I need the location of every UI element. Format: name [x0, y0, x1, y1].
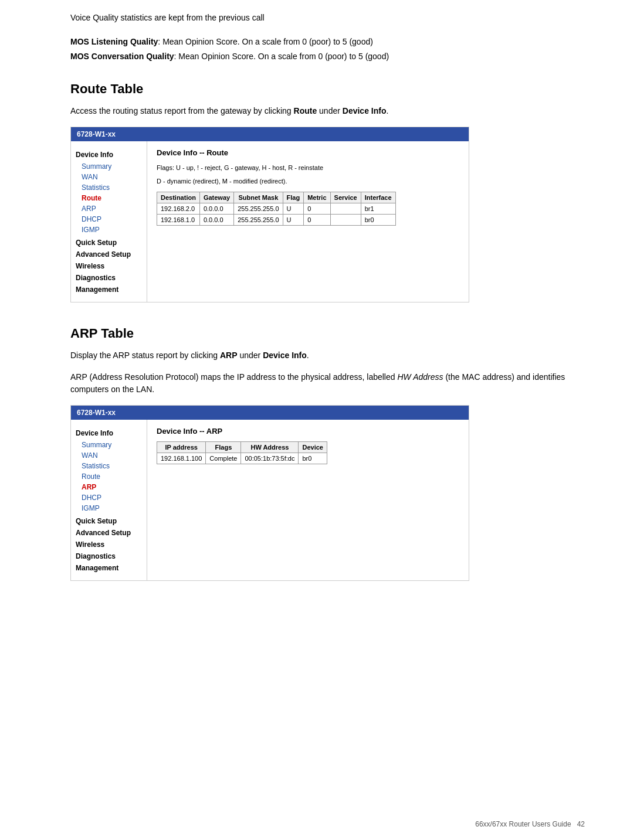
route-sidebar: Device Info Summary WAN Statistics Route… — [71, 141, 147, 302]
route-flags-line2: D - dynamic (redirect), M - modified (re… — [157, 176, 459, 186]
route-cell-1-4: 0 — [304, 215, 330, 226]
arp-screenshot: 6728-W1-xx Device Info Summary WAN Stati… — [70, 405, 469, 581]
arp-sidebar-igmp[interactable]: IGMP — [76, 503, 142, 513]
route-cell-0-2: 255.255.255.0 — [234, 203, 283, 215]
route-col-flag: Flag — [283, 192, 304, 203]
footer: 66xx/67xx Router Users Guide 42 — [475, 820, 585, 828]
route-cell-1-5 — [330, 215, 361, 226]
route-sidebar-igmp[interactable]: IGMP — [76, 225, 142, 235]
arp-sidebar-route[interactable]: Route — [76, 471, 142, 482]
route-col-service: Service — [330, 192, 361, 203]
arp-sidebar-management[interactable]: Management — [76, 564, 142, 572]
arp-sidebar-arp[interactable]: ARP — [76, 482, 142, 492]
route-sidebar-wan[interactable]: WAN — [76, 172, 142, 182]
voice-quality-text: Voice Quality statistics are kept from t… — [70, 12, 585, 24]
route-table-row: 192.168.2.00.0.0.0255.255.255.0U0br1 — [157, 203, 396, 215]
arp-col-ip: IP address — [157, 442, 206, 453]
arp-sidebar-wan[interactable]: WAN — [76, 450, 142, 461]
footer-text: 66xx/67xx Router Users Guide — [475, 820, 571, 828]
mos-conversation-line: MOS Conversation Quality: Mean Opinion S… — [70, 49, 585, 64]
route-sidebar-dhcp[interactable]: DHCP — [76, 214, 142, 225]
route-content-title: Device Info -- Route — [157, 148, 459, 157]
route-sidebar-device-info[interactable]: Device Info — [76, 151, 142, 159]
arp-table-header-row: IP address Flags HW Address Device — [157, 442, 327, 453]
arp-cell-0-1: Complete — [206, 453, 241, 464]
arp-col-hw: HW Address — [241, 442, 299, 453]
arp-sidebar-device-info[interactable]: Device Info — [76, 429, 142, 437]
route-section-desc: Access the routing status report from th… — [70, 105, 585, 117]
route-sidebar-quick-setup[interactable]: Quick Setup — [76, 239, 142, 247]
route-sidebar-advanced-setup[interactable]: Advanced Setup — [76, 250, 142, 259]
arp-sidebar-wireless[interactable]: Wireless — [76, 540, 142, 549]
arp-cell-0-3: br0 — [299, 453, 327, 464]
arp-col-device: Device — [299, 442, 327, 453]
arp-section-desc2: ARP (Address Resolution Protocol) maps t… — [70, 371, 585, 396]
route-col-subnet: Subnet Mask — [234, 192, 283, 203]
mos-conversation-label: MOS Conversation Quality — [70, 52, 174, 61]
arp-section-heading: ARP Table — [70, 326, 585, 341]
arp-content: Device Info -- ARP IP address Flags HW A… — [147, 420, 469, 580]
route-cell-0-5 — [330, 203, 361, 215]
route-sidebar-summary[interactable]: Summary — [76, 161, 142, 172]
arp-section-desc1: Display the ARP status report by clickin… — [70, 349, 585, 362]
arp-sidebar-statistics[interactable]: Statistics — [76, 461, 142, 471]
route-sidebar-management[interactable]: Management — [76, 285, 142, 294]
route-content: Device Info -- Route Flags: U - up, ! - … — [147, 141, 469, 302]
mos-block: MOS Listening Quality: Mean Opinion Scor… — [70, 35, 585, 64]
route-sidebar-arp[interactable]: ARP — [76, 203, 142, 214]
route-screenshot-header: 6728-W1-xx — [71, 127, 469, 141]
arp-sidebar-quick-setup[interactable]: Quick Setup — [76, 517, 142, 525]
route-table-row: 192.168.1.00.0.0.0255.255.255.0U0br0 — [157, 215, 396, 226]
route-cell-0-0: 192.168.2.0 — [157, 203, 200, 215]
arp-sidebar-diagnostics[interactable]: Diagnostics — [76, 552, 142, 560]
route-screenshot-body: Device Info Summary WAN Statistics Route… — [71, 141, 469, 302]
footer-page: 42 — [577, 820, 585, 828]
arp-table: IP address Flags HW Address Device 192.1… — [157, 441, 327, 464]
mos-listening-label: MOS Listening Quality — [70, 37, 158, 46]
route-cell-1-0: 192.168.1.0 — [157, 215, 200, 226]
route-cell-0-3: U — [283, 203, 304, 215]
mos-conversation-desc: : Mean Opinion Score. On a scale from 0 … — [174, 52, 389, 61]
arp-sidebar-dhcp[interactable]: DHCP — [76, 492, 142, 503]
route-sidebar-wireless[interactable]: Wireless — [76, 262, 142, 270]
mos-listening-line: MOS Listening Quality: Mean Opinion Scor… — [70, 35, 585, 49]
arp-content-title: Device Info -- ARP — [157, 427, 459, 436]
route-sidebar-diagnostics[interactable]: Diagnostics — [76, 274, 142, 282]
route-section-heading: Route Table — [70, 81, 585, 97]
route-cell-0-1: 0.0.0.0 — [199, 203, 233, 215]
route-col-destination: Destination — [157, 192, 200, 203]
route-cell-0-4: 0 — [304, 203, 330, 215]
mos-listening-desc: : Mean Opinion Score. On a scale from 0 … — [158, 37, 373, 46]
arp-col-flags: Flags — [206, 442, 241, 453]
arp-table-row: 192.168.1.100Complete00:05:1b:73:5f:dcbr… — [157, 453, 327, 464]
route-screenshot: 6728-W1-xx Device Info Summary WAN Stati… — [70, 127, 469, 302]
route-table: Destination Gateway Subnet Mask Flag Met… — [157, 192, 396, 226]
route-sidebar-statistics[interactable]: Statistics — [76, 182, 142, 193]
route-cell-1-2: 255.255.255.0 — [234, 215, 283, 226]
route-table-header-row: Destination Gateway Subnet Mask Flag Met… — [157, 192, 396, 203]
arp-cell-0-2: 00:05:1b:73:5f:dc — [241, 453, 299, 464]
arp-cell-0-0: 192.168.1.100 — [157, 453, 206, 464]
route-cell-1-3: U — [283, 215, 304, 226]
arp-screenshot-body: Device Info Summary WAN Statistics Route… — [71, 420, 469, 580]
route-flags-line1: Flags: U - up, ! - reject, G - gateway, … — [157, 163, 459, 173]
route-col-gateway: Gateway — [199, 192, 233, 203]
route-cell-1-1: 0.0.0.0 — [199, 215, 233, 226]
route-sidebar-route[interactable]: Route — [76, 193, 142, 203]
arp-sidebar-advanced-setup[interactable]: Advanced Setup — [76, 529, 142, 537]
arp-sidebar: Device Info Summary WAN Statistics Route… — [71, 420, 147, 580]
route-cell-0-6: br1 — [361, 203, 395, 215]
route-cell-1-6: br0 — [361, 215, 395, 226]
route-col-metric: Metric — [304, 192, 330, 203]
route-col-interface: Interface — [361, 192, 395, 203]
arp-sidebar-summary[interactable]: Summary — [76, 440, 142, 450]
arp-screenshot-header: 6728-W1-xx — [71, 406, 469, 420]
